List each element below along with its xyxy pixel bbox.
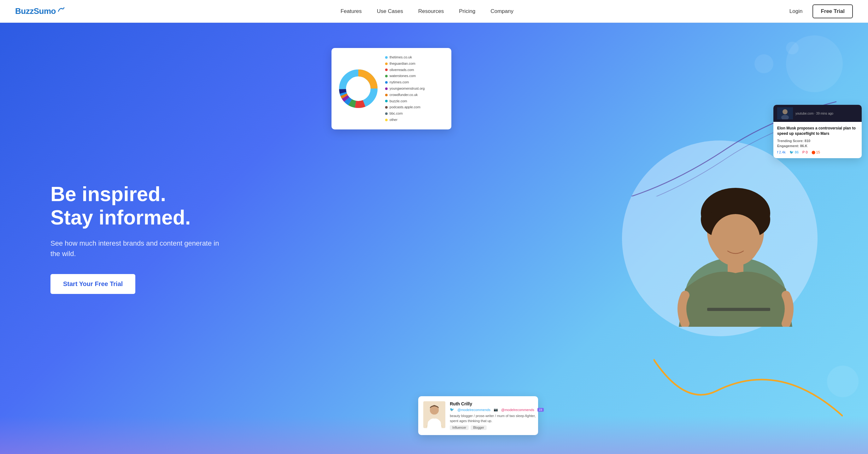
social-tw: 🐦 86 xyxy=(789,150,799,154)
svg-rect-7 xyxy=(727,260,743,273)
social-re: ⬤ 15 xyxy=(811,150,820,154)
hero-headline: Be inspired. Stay informed. xyxy=(51,183,227,229)
bg-circle-1 xyxy=(786,35,843,92)
donut-legend: thetimes.co.uk theguardian.com oliverrea… xyxy=(385,54,425,123)
svg-rect-8 xyxy=(707,308,770,311)
nav-company[interactable]: Company xyxy=(491,8,514,15)
news-trending: Trending Score: 810 xyxy=(777,139,858,143)
free-trial-button[interactable]: Free Trial xyxy=(812,4,853,18)
hero-person-image xyxy=(653,150,817,327)
login-link[interactable]: Login xyxy=(789,8,803,15)
social-pi: P 0 xyxy=(802,150,807,154)
influencer-description: beauty blogger / prose-writer / mum of t… xyxy=(450,414,544,423)
pinterest-icon: P xyxy=(802,150,805,154)
influencer-name: Ruth Crilly xyxy=(450,401,544,406)
svg-point-21 xyxy=(782,109,787,114)
nav-right: Login Free Trial xyxy=(789,4,853,18)
bg-circle-3 xyxy=(786,42,799,54)
hero-cta-button[interactable]: Start Your Free Trial xyxy=(51,274,135,294)
nav-use-cases[interactable]: Use Cases xyxy=(377,8,403,15)
news-thumbnail xyxy=(777,107,793,119)
svg-point-6 xyxy=(711,214,760,266)
twitter-handle-icon: 🐦 xyxy=(450,407,454,412)
news-title: Elon Musk proposes a controversial plan … xyxy=(777,126,858,136)
tag-blogger: Blogger xyxy=(471,425,486,430)
hero-content: Be inspired. Stay informed. See how much… xyxy=(0,183,227,294)
news-card: youtube.com · 39 mins ago Elon Musk prop… xyxy=(773,105,862,158)
social-fb: f 2.4k xyxy=(777,150,786,154)
logo[interactable]: BuzzSumo xyxy=(15,6,65,16)
influencer-inner: Ruth Crilly 🐦 @modelrecommends 📷 @modelr… xyxy=(423,401,533,430)
influencer-card: Ruth Crilly 🐦 @modelrecommends 📷 @modelr… xyxy=(418,396,538,435)
navbar: BuzzSumo Features Use Cases Resources Pr… xyxy=(0,0,868,23)
donut-chart-card: thetimes.co.uk theguardian.com oliverrea… xyxy=(332,48,451,130)
donut-chart-svg xyxy=(338,68,379,109)
influencer-handles: 🐦 @modelrecommends 📷 @modelrecommends 23 xyxy=(450,407,544,412)
svg-point-19 xyxy=(346,77,370,101)
influencer-tags: Influencer Blogger xyxy=(450,425,544,430)
influencer-details: Ruth Crilly 🐦 @modelrecommends 📷 @modelr… xyxy=(450,401,544,430)
bg-circle-2 xyxy=(754,54,773,73)
reddit-icon: ⬤ xyxy=(811,150,815,154)
nav-features[interactable]: Features xyxy=(341,8,362,15)
news-card-header: youtube.com · 39 mins ago xyxy=(773,105,862,122)
influencer-badge: 23 xyxy=(537,408,544,412)
nav-resources[interactable]: Resources xyxy=(418,8,444,15)
hero-section: Be inspired. Stay informed. See how much… xyxy=(0,23,868,454)
news-engagement: Engagement: 86.K xyxy=(777,144,858,148)
news-card-body: Elon Musk proposes a controversial plan … xyxy=(773,122,862,158)
nav-pricing[interactable]: Pricing xyxy=(459,8,475,15)
news-social: f 2.4k 🐦 86 P 0 ⬤ 15 xyxy=(777,150,858,154)
fb-icon: f xyxy=(777,150,778,154)
ig-handle-icon: 📷 xyxy=(494,407,498,412)
tag-influencer: Influencer xyxy=(450,425,469,430)
nav-links: Features Use Cases Resources Pricing Com… xyxy=(341,8,514,15)
twitter-icon: 🐦 xyxy=(789,150,794,154)
hero-subtext: See how much interest brands and content… xyxy=(51,238,227,259)
influencer-avatar xyxy=(423,401,445,428)
bg-circle-4 xyxy=(827,366,859,397)
news-source: youtube.com · 39 mins ago xyxy=(796,112,833,115)
